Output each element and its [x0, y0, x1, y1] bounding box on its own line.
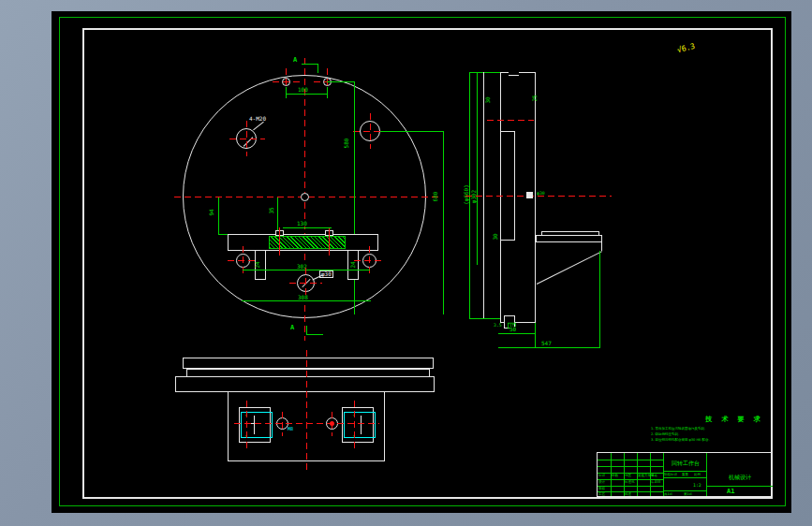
dim-line: [218, 197, 219, 234]
screw-centerline: [279, 227, 280, 256]
hole-centerline: [369, 246, 370, 275]
tech-req-title: 技 术 要 求: [651, 416, 812, 423]
dim-line: [242, 300, 371, 301]
dim-line: [477, 72, 478, 265]
section-arrow: [306, 334, 323, 335]
dim-ext: [599, 251, 600, 348]
tb-line: [663, 477, 706, 478]
bracket-edge: [601, 242, 602, 251]
dim-308: 308: [298, 295, 308, 300]
dim-130: 130: [297, 221, 307, 226]
hole-centerline: [370, 113, 371, 149]
tech-req-item: 2. 锐边倒钝去毛刺。: [651, 432, 734, 436]
dim-24r: 24: [350, 261, 356, 268]
dim-line: [443, 131, 444, 314]
tb-sheet-total: 共1张: [664, 492, 672, 496]
section-label-a-top: A: [293, 57, 297, 64]
pin-callout: φ30: [537, 191, 545, 196]
top-notch: [509, 71, 519, 76]
center-hole: [301, 193, 309, 201]
section-label-a-bottom: A: [290, 325, 294, 331]
tb-stage-label: 阶段标记: [664, 473, 677, 476]
dim-580: 580: [344, 139, 349, 149]
tb-role-design: 设计: [598, 480, 605, 484]
tb-header: 处数: [612, 474, 618, 477]
hole-centerline: [229, 139, 265, 139]
tb-drawing-name: 回转工作台: [665, 460, 706, 466]
dim-dia302: φ302: [471, 190, 477, 203]
dim-24l: 24: [255, 261, 260, 268]
pocket-insert: [344, 412, 376, 438]
hole-centerline: [332, 412, 332, 436]
drawing-canvas: A A 100 4-M20 580 680: [52, 11, 791, 513]
dim-ext: [327, 81, 355, 82]
tb-role-standard: 标准化: [625, 480, 635, 484]
hole-centerline: [246, 121, 247, 156]
tb-header: 签名: [651, 474, 657, 477]
dim-line: [498, 333, 536, 334]
dim-50: 50: [509, 327, 516, 332]
dim-100: 100: [298, 87, 308, 93]
hole-centerline: [282, 412, 283, 436]
dim-ext: [469, 318, 500, 319]
section-pocket: [500, 131, 515, 241]
tb-role-approve: 批准: [625, 492, 631, 496]
tb-stage-label: 比例: [694, 473, 701, 476]
dim-line: [277, 197, 278, 231]
tb-line: [706, 486, 773, 487]
pocket-centerline: [246, 401, 247, 450]
main-centerline: [465, 196, 612, 197]
dim-line: [286, 94, 328, 95]
plate-layer: [175, 376, 435, 392]
dim-25: 25: [532, 95, 538, 101]
pocket-centerline: [354, 401, 355, 450]
section-arrow: [306, 326, 307, 335]
tb-line: [598, 466, 663, 467]
tb-sheet-size: A1: [727, 489, 734, 495]
m8-callout: M8: [288, 427, 293, 431]
pocket-detail: [254, 416, 255, 434]
tech-req-item: 3. 定位销与销孔配合采用 φ30 H6 配合。: [651, 438, 734, 442]
bracket-plate: [536, 235, 602, 242]
dim-547: 547: [541, 341, 552, 346]
tb-line: [706, 453, 707, 496]
upper-centerline: [487, 120, 534, 121]
cad-viewer-page: { "colors":{"line_white":"#e8e8e8","dim_…: [0, 0, 812, 526]
tb-header: 标记: [598, 474, 605, 477]
dim-line: [243, 270, 370, 270]
tb-role-check: 审核: [598, 487, 605, 490]
dia30-callout: φ30: [319, 270, 333, 278]
dim-ext: [535, 323, 536, 348]
dim-ext: [469, 72, 500, 73]
dim-3-5: 3.5: [494, 323, 502, 328]
dim-94: 94: [209, 209, 214, 215]
thread-callout: 4-M20: [249, 116, 266, 122]
hole-centerline: [305, 268, 306, 299]
tb-unit: 机械设计: [710, 475, 770, 480]
main-centerline-v: [306, 350, 307, 474]
tb-stage-label: 重量: [682, 473, 688, 476]
pin: [526, 192, 533, 198]
tech-requirements: 技 术 要 求 1. 零件加工前应清除表面油污及毛刺。 2. 锐边倒钝去毛刺。 …: [651, 416, 812, 445]
tb-line: [598, 460, 663, 460]
tb-role-process: 工艺: [598, 492, 605, 496]
tb-scale: 1:2: [693, 483, 701, 488]
tb-sheet-page: 第1张: [684, 492, 692, 496]
section-arrow: [302, 64, 318, 65]
hole-centerline: [273, 81, 301, 82]
title-block: 标记 处数 分区 更改文件号 签名 年月日 设计 审核 工艺 标准化 批准 回转…: [597, 452, 773, 497]
tech-req-item: 1. 零件加工前应清除表面油污及毛刺。: [651, 427, 734, 431]
dim-30-top: 30: [485, 96, 491, 103]
dim-ext: [286, 87, 287, 98]
dim-ext: [327, 87, 328, 98]
dim-line: [283, 227, 332, 228]
screw-centerline: [329, 227, 330, 256]
plate-layer: [183, 358, 434, 369]
hole-centerline: [243, 246, 244, 275]
dim-680: 680: [433, 192, 438, 202]
dim-line: [498, 347, 600, 348]
dim-ext: [380, 131, 443, 132]
dim-30-mid: 30: [493, 233, 498, 240]
tb-header: 年月日: [651, 480, 661, 484]
dim-35: 35: [269, 207, 274, 213]
